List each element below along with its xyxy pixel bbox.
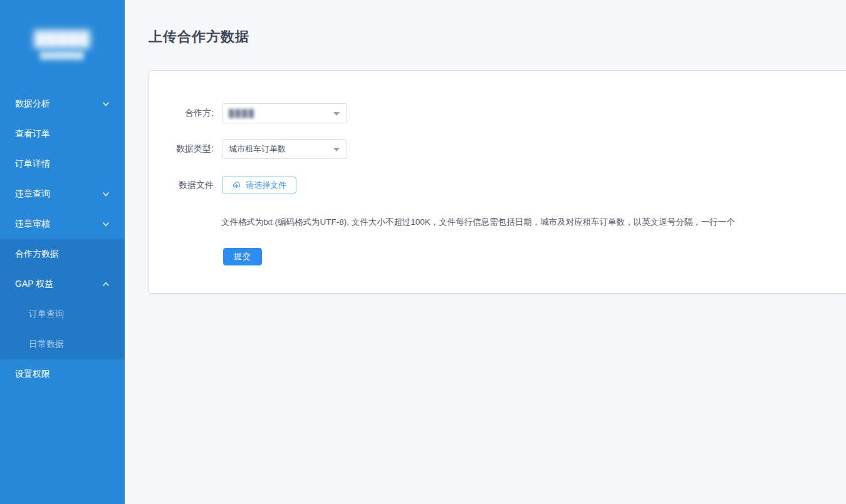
data-type-label: 数据类型: xyxy=(149,143,214,155)
sidebar-item-violation-review[interactable]: 违章审核 xyxy=(0,209,125,239)
select-caret-icon xyxy=(333,112,340,116)
sidebar-item-set-permissions[interactable]: 设置权限 xyxy=(0,359,125,389)
select-caret-icon xyxy=(333,148,340,152)
sidebar: █████ ████████ 数据分析 查看订单 订单详情 违章查询 违章审核 xyxy=(0,0,125,504)
logo-subtitle-blurred: ████████ xyxy=(40,51,84,59)
sidebar-menu: 数据分析 查看订单 订单详情 违章查询 违章审核 合作方数据 xyxy=(0,89,125,389)
chevron-down-icon xyxy=(102,190,110,198)
upload-form-card: 合作方: ████ 数据类型: 城市租车订单数 数据文件 xyxy=(149,70,846,294)
chevron-down-icon xyxy=(102,220,110,228)
sidebar-item-label: 日常数据 xyxy=(29,339,64,350)
sidebar-item-label: 违章查询 xyxy=(15,188,50,200)
app-logo: █████ ████████ xyxy=(0,0,125,89)
chevron-up-icon xyxy=(102,280,110,288)
file-format-hint: 文件格式为txt (编码格式为UTF-8), 文件大小不超过100K，文件每行信… xyxy=(221,217,735,227)
data-file-form-row: 数据文件 请选择文件 xyxy=(149,177,846,193)
submit-row: 提交 xyxy=(223,248,846,265)
sidebar-item-label: 数据分析 xyxy=(15,98,50,110)
main-content: 上传合作方数据 合作方: ████ 数据类型: 城市租车订单数 数据文件 xyxy=(125,0,846,504)
sidebar-item-label: 查看订单 xyxy=(15,128,50,140)
sidebar-item-label: 违章审核 xyxy=(15,219,50,230)
data-type-selected-value: 城市租车订单数 xyxy=(229,143,286,155)
partner-form-row: 合作方: ████ xyxy=(149,103,846,123)
sidebar-item-order-details[interactable]: 订单详情 xyxy=(0,149,125,179)
partner-label: 合作方: xyxy=(149,108,214,119)
sidebar-item-label: 订单查询 xyxy=(29,309,64,320)
choose-file-button-label: 请选择文件 xyxy=(246,180,286,191)
page-title: 上传合作方数据 xyxy=(149,28,249,46)
submit-button[interactable]: 提交 xyxy=(223,248,262,265)
partner-select[interactable]: ████ xyxy=(222,103,347,123)
sidebar-item-gap-benefits[interactable]: GAP 权益 xyxy=(0,269,125,299)
logo-title-blurred: █████ xyxy=(34,29,90,48)
sidebar-item-data-analysis[interactable]: 数据分析 xyxy=(0,89,125,119)
chevron-down-icon xyxy=(102,100,110,108)
sidebar-subitem-order-query[interactable]: 订单查询 xyxy=(0,299,125,329)
choose-file-button[interactable]: 请选择文件 xyxy=(222,177,296,193)
sidebar-item-label: 设置权限 xyxy=(15,369,50,380)
sidebar-item-label: GAP 权益 xyxy=(15,279,53,290)
sidebar-item-view-orders[interactable]: 查看订单 xyxy=(0,119,125,149)
data-file-label: 数据文件 xyxy=(149,180,214,191)
sidebar-item-label: 合作方数据 xyxy=(15,249,59,260)
sidebar-item-violation-query[interactable]: 违章查询 xyxy=(0,179,125,209)
sidebar-item-partner-data[interactable]: 合作方数据 xyxy=(0,239,125,269)
cloud-upload-icon xyxy=(232,181,241,189)
data-type-select[interactable]: 城市租车订单数 xyxy=(222,139,347,159)
sidebar-subitem-daily-data[interactable]: 日常数据 xyxy=(0,329,125,359)
data-type-form-row: 数据类型: 城市租车订单数 xyxy=(149,139,846,159)
file-format-hint-row: 文件格式为txt (编码格式为UTF-8), 文件大小不超过100K，文件每行信… xyxy=(221,216,846,227)
sidebar-item-label: 订单详情 xyxy=(15,158,50,170)
partner-selected-value-blurred: ████ xyxy=(229,109,255,118)
